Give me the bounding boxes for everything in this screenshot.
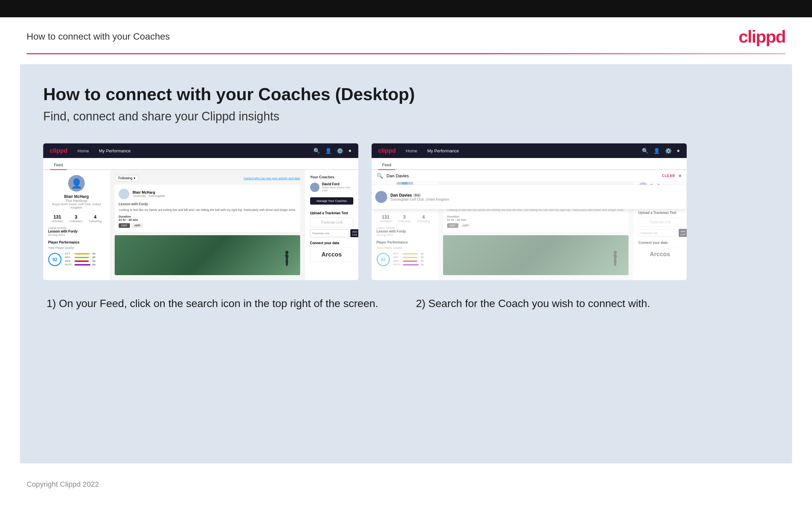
feed-lesson-title-1: Lesson with Fordy (118, 202, 296, 207)
nav-home-2[interactable]: Home (406, 149, 418, 153)
arccos-logo-2: Arccos (638, 247, 682, 261)
step-2-desc: 2) Search for the Coach you wish to conn… (413, 297, 769, 311)
feed-avatar-1 (118, 188, 129, 199)
la-title-1: Lesson with Fordy (48, 229, 105, 233)
upload-section-1: Upload a Trackman Test Trackman Link Add… (310, 211, 353, 237)
stat-following-num-1: 4 (89, 214, 101, 220)
trackman-input-row-1: Add Link (310, 229, 353, 237)
trackman-input-1[interactable] (310, 229, 349, 237)
profile-avatar-1: 👤 (68, 175, 85, 192)
profile-card-1: 👤 Blair McHarg Plus Handicap Royal North… (48, 175, 105, 209)
stats-row-1: 131 Activities 3 Followers 4 Following (48, 214, 105, 223)
following-button-1[interactable]: Following ▾ (115, 175, 139, 181)
coach-name-1: David Ford (322, 182, 353, 186)
feed-item-header-1: Blair McHarg Yesterday · Sunningdale (118, 188, 296, 199)
svg-point-0 (285, 251, 288, 254)
app-body-1: 👤 Blair McHarg Plus Handicap Royal North… (43, 170, 358, 280)
following-row-1: Following ▾ Control who can see your act… (115, 175, 300, 181)
feed-tab-2[interactable]: Feed (378, 161, 395, 170)
search-results-2: Dan Davies Pro Sunningdale Golf Club, Un… (372, 185, 687, 209)
search-clear-2[interactable]: CLEAR (662, 174, 675, 178)
pp-sub-1: Total Player Quality (48, 246, 105, 250)
feed-tab-1[interactable]: Feed (50, 161, 67, 170)
stat-activities-1: 131 Activities (51, 214, 63, 223)
feed-item-1: Blair McHarg Yesterday · Sunningdale Les… (115, 185, 300, 232)
arccos-logo-1: Arccos (310, 248, 353, 262)
control-link-1[interactable]: Control who can see your activity and da… (244, 177, 300, 180)
app-sidebar-1: 👤 Blair McHarg Plus Handicap Royal North… (43, 170, 110, 280)
page-title: How to connect with your Coaches (27, 31, 170, 42)
feed-tabs-2: Feed (372, 158, 687, 170)
feed-image-2 (443, 235, 628, 275)
mock-browser-1: clippd Home My Performance 🔍 👤 ⚙️ ● Feed (43, 143, 358, 280)
manage-coaches-btn-1[interactable]: Manage Your Coaches (310, 197, 353, 205)
coach-item-1: David Ford Royal North Devon Golf Club (310, 182, 353, 192)
nav-home-1[interactable]: Home (78, 149, 89, 153)
score-circle-1: 92 (48, 253, 61, 266)
search-icon-2[interactable]: 🔍 (642, 148, 649, 154)
footer: Copyright Clippd 2022 (0, 473, 812, 495)
app-right-1: Your Coaches David Ford Royal North Devo… (305, 170, 358, 280)
search-result-item-2[interactable]: Dan Davies Pro Sunningdale Golf Club, Un… (375, 188, 683, 206)
latest-activity-2: Latest Activity Lesson with Fordy 03 Aug… (377, 226, 433, 237)
player-performance-1: Player Performance Total Player Quality … (48, 241, 105, 267)
nav-logo-2: clippd (378, 147, 396, 154)
mock-browser-2: clippd Home My Performance 🔍 👤 ⚙️ ● Feed (372, 143, 687, 280)
golfer-svg-1 (274, 242, 300, 275)
connect-section-2: Connect your data Arccos (638, 241, 682, 261)
nav-icons-2: 🔍 👤 ⚙️ ● (642, 148, 680, 154)
feed-meta-1: Yesterday · Sunningdale (133, 194, 165, 198)
golfer-svg-2 (602, 242, 628, 275)
la-sub-1: 03 Aug 2022 (48, 233, 105, 237)
avatar-icon-2[interactable]: ● (677, 148, 680, 154)
step-1-desc: 1) On your Feed, click on the search ico… (43, 297, 399, 311)
avatar-icon[interactable]: ● (348, 148, 352, 154)
page-subheading: Find, connect and share your Clippd insi… (43, 110, 769, 123)
feed-duration-1: Duration 01 hr : 30 min (118, 215, 296, 221)
feed-name-1: Blair McHarg (133, 190, 165, 194)
profile-icon[interactable]: 👤 (325, 148, 332, 154)
profile-handicap-1: Plus Handicap (48, 199, 105, 203)
search-icon-field-2: 🔍 (377, 173, 383, 179)
clippd-logo: clippd (738, 27, 785, 47)
off-button-1[interactable]: OFF (118, 223, 130, 228)
main-content: How to connect with your Coaches (Deskto… (20, 64, 792, 463)
search-result-club-2: Sunningdale Golf Club, United Kingdom (390, 198, 449, 201)
search-result-avatar-2 (375, 191, 387, 203)
app-nav-2: clippd Home My Performance 🔍 👤 ⚙️ ● (372, 143, 687, 158)
stat-followers-1: 3 Followers (69, 214, 83, 223)
search-icon[interactable]: 🔍 (314, 148, 320, 154)
trackman-input-2 (638, 229, 677, 237)
settings-icon[interactable]: ⚙️ (337, 148, 343, 154)
profile-club-1: Royal North Devon Golf Club, United King… (48, 203, 105, 209)
feed-toggle-btns-1: OFF APP (118, 223, 296, 228)
stat-following-label-1: Following (89, 220, 101, 223)
feed-text-1: Looking to feel like my hands are exitin… (118, 208, 296, 212)
nav-performance-1[interactable]: My Performance (99, 149, 131, 153)
search-close-2[interactable]: × (678, 173, 681, 179)
header-divider (27, 53, 785, 54)
profile-name-1: Blair McHarg (48, 194, 105, 199)
coach-club-1: Royal North Devon Golf Club (322, 186, 353, 192)
add-link-btn-1[interactable]: Add Link (350, 229, 358, 237)
trackman-placeholder-1: Trackman Link (310, 218, 353, 227)
pp-title-1: Player Performance (48, 241, 105, 244)
top-bar (0, 0, 812, 17)
bar-arg-1: ARG 86 (65, 259, 95, 262)
feed-tabs-1: Feed (43, 158, 358, 170)
settings-icon-2[interactable]: ⚙️ (665, 148, 672, 154)
app-nav-1: clippd Home My Performance 🔍 👤 ⚙️ ● (43, 143, 358, 158)
stat-following-1: 4 Following (89, 214, 101, 223)
la-label-1: Latest Activity (48, 226, 105, 229)
stat-followers-label-1: Followers (69, 220, 83, 223)
step-1-text: 1) On your Feed, click on the search ico… (47, 297, 396, 311)
add-link-btn-2: Add Link (679, 229, 687, 237)
profile-icon-2[interactable]: 👤 (654, 148, 660, 154)
stat-activities-label-1: Activities (51, 220, 63, 223)
search-input-2[interactable] (387, 173, 659, 178)
app-button-1[interactable]: APP (132, 223, 143, 228)
stat-followers-num-1: 3 (69, 214, 83, 220)
header: How to connect with your Coaches clippd (0, 17, 812, 53)
nav-performance-2[interactable]: My Performance (427, 149, 459, 153)
avatar-figure-1: 👤 (71, 178, 83, 189)
